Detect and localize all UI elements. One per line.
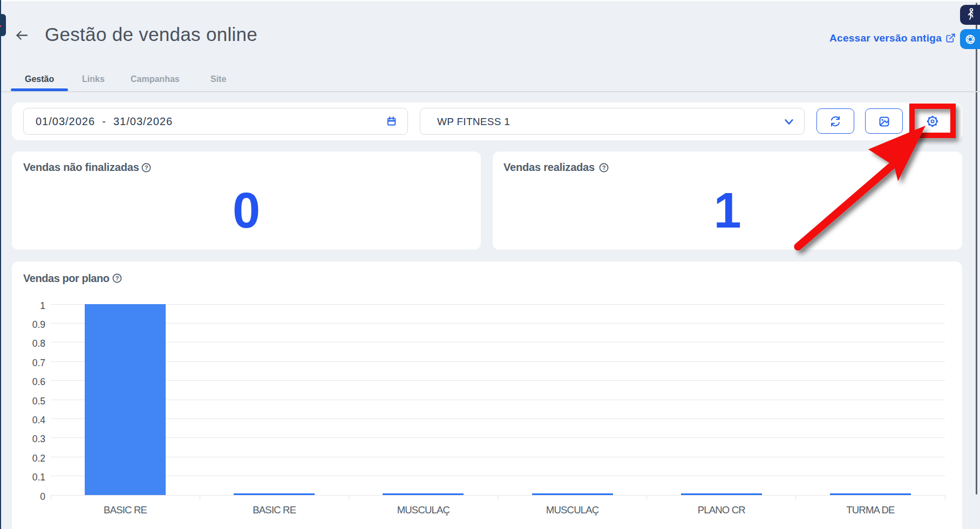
svg-text:?: ? xyxy=(115,275,119,281)
svg-text:?: ? xyxy=(145,164,148,171)
svg-text:?: ? xyxy=(602,164,606,171)
